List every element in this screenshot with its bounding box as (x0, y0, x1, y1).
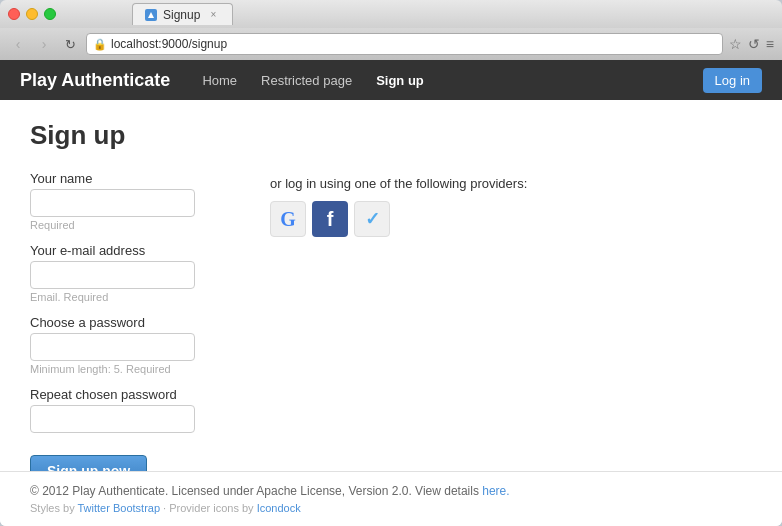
twitter-icon: ✓ (365, 208, 380, 230)
repeat-password-field-group: Repeat chosen password (30, 387, 230, 433)
menu-icon[interactable]: ≡ (766, 36, 774, 52)
bootstrap-link[interactable]: Twitter Bootstrap (78, 502, 161, 514)
name-hint: Required (30, 219, 230, 231)
brand-name: Play Authenticate (20, 70, 170, 91)
name-input[interactable] (30, 189, 195, 217)
nav-header: Play Authenticate Home Restricted page S… (0, 60, 782, 100)
email-field-group: Your e-mail address Email. Required (30, 243, 230, 303)
password-label: Choose a password (30, 315, 230, 330)
tab-close-button[interactable]: × (206, 8, 220, 22)
forward-button[interactable]: › (34, 34, 54, 54)
social-text: or log in using one of the following pro… (270, 176, 527, 191)
footer-styles: Styles by Twitter Bootstrap · Provider i… (30, 502, 752, 514)
styles-text: Styles by (30, 502, 75, 514)
browser-toolbar: ‹ › ↻ 🔒 localhost:9000/signup ☆ ↺ ≡ (0, 28, 782, 60)
back-button[interactable]: ‹ (8, 34, 28, 54)
email-input[interactable] (30, 261, 195, 289)
title-bar: Signup × (0, 0, 782, 28)
password-field-group: Choose a password Minimum length: 5. Req… (30, 315, 230, 375)
facebook-icon: f (327, 208, 334, 231)
email-hint: Email. Required (30, 291, 230, 303)
nav-links: Home Restricted page Sign up (190, 60, 702, 100)
google-login-button[interactable]: G (270, 201, 306, 237)
email-label: Your e-mail address (30, 243, 230, 258)
page-content: Play Authenticate Home Restricted page S… (0, 60, 782, 526)
maximize-window-button[interactable] (44, 8, 56, 20)
nav-link-restricted[interactable]: Restricted page (249, 60, 364, 100)
url-text: localhost:9000/signup (111, 37, 716, 51)
refresh-button[interactable]: ↻ (60, 34, 80, 54)
login-button[interactable]: Log in (703, 68, 762, 93)
license-link[interactable]: here. (482, 484, 509, 498)
reload-icon[interactable]: ↺ (748, 36, 760, 52)
nav-link-home[interactable]: Home (190, 60, 249, 100)
copyright-text: © 2012 Play Authenticate. Licensed under… (30, 484, 479, 498)
twitter-login-button[interactable]: ✓ (354, 201, 390, 237)
repeat-password-label: Repeat chosen password (30, 387, 230, 402)
security-icon: 🔒 (93, 38, 107, 51)
name-field-group: Your name Required (30, 171, 230, 231)
form-section: Your name Required Your e-mail address E… (30, 171, 752, 471)
browser-tab[interactable]: Signup × (132, 3, 233, 25)
main-content: Sign up Your name Required Your e-mail a… (0, 100, 782, 471)
signup-form: Your name Required Your e-mail address E… (30, 171, 230, 471)
toolbar-icons: ☆ ↺ ≡ (729, 36, 774, 52)
name-label: Your name (30, 171, 230, 186)
facebook-login-button[interactable]: f (312, 201, 348, 237)
minimize-window-button[interactable] (26, 8, 38, 20)
password-input[interactable] (30, 333, 195, 361)
provider-text: · Provider icons by (163, 502, 253, 514)
provider-icons: G f ✓ (270, 201, 527, 237)
close-window-button[interactable] (8, 8, 20, 20)
google-icon: G (280, 208, 296, 231)
nav-link-signup[interactable]: Sign up (364, 60, 436, 100)
browser-window: Signup × ‹ › ↻ 🔒 localhost:9000/signup ☆… (0, 0, 782, 526)
bookmark-icon[interactable]: ☆ (729, 36, 742, 52)
svg-marker-0 (148, 12, 154, 18)
tab-bar: Signup × (62, 3, 774, 25)
tab-favicon (145, 9, 157, 21)
footer: © 2012 Play Authenticate. Licensed under… (0, 471, 782, 526)
tab-title: Signup (163, 8, 200, 22)
signup-button[interactable]: Sign up now (30, 455, 147, 471)
address-bar[interactable]: 🔒 localhost:9000/signup (86, 33, 723, 55)
icondock-link[interactable]: Icondock (257, 502, 301, 514)
footer-copyright: © 2012 Play Authenticate. Licensed under… (30, 484, 752, 498)
social-section: or log in using one of the following pro… (270, 176, 527, 471)
repeat-password-input[interactable] (30, 405, 195, 433)
page-title: Sign up (30, 120, 752, 151)
password-hint: Minimum length: 5. Required (30, 363, 230, 375)
